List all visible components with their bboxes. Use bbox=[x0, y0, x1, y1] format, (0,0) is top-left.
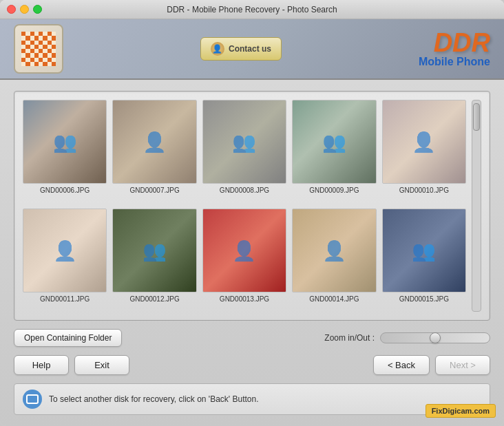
app-logo: // Generate checkerboard inline document… bbox=[14, 24, 63, 74]
photo-panel: GND00006.JPG GND00007.JPG GND00008.JPG G… bbox=[14, 91, 490, 321]
header: // Generate checkerboard inline document… bbox=[0, 19, 504, 80]
list-item[interactable]: GND00012.JPG bbox=[112, 209, 196, 312]
zoom-row: Open Containing Folder Zoom in/Out : bbox=[14, 329, 490, 347]
list-item[interactable]: GND00006.JPG bbox=[23, 100, 107, 203]
list-item[interactable]: GND00007.JPG bbox=[112, 100, 196, 203]
list-item[interactable]: GND00009.JPG bbox=[292, 100, 376, 203]
photo-thumbnail[interactable] bbox=[23, 209, 107, 292]
zoom-label: Zoom in/Out : bbox=[324, 333, 375, 343]
photo-thumbnail[interactable] bbox=[112, 209, 196, 292]
photo-filename: GND00014.JPG bbox=[309, 295, 359, 303]
zoom-slider[interactable] bbox=[380, 332, 490, 343]
photo-filename: GND00009.JPG bbox=[309, 187, 359, 194]
contact-button[interactable]: 👤 Contact us bbox=[200, 37, 282, 61]
photo-filename: GND00008.JPG bbox=[220, 187, 269, 194]
minimize-button[interactable] bbox=[20, 5, 29, 14]
zoom-control: Zoom in/Out : bbox=[324, 332, 490, 343]
scrollbar-thumb[interactable] bbox=[473, 103, 480, 131]
watermark: FixDigicam.com bbox=[426, 404, 496, 418]
photo-grid: GND00006.JPG GND00007.JPG GND00008.JPG G… bbox=[23, 100, 466, 312]
contact-label: Contact us bbox=[229, 44, 271, 54]
contact-icon: 👤 bbox=[211, 42, 224, 56]
right-buttons: < Back Next > bbox=[373, 355, 490, 375]
ddr-title: DDR bbox=[419, 30, 490, 56]
help-button[interactable]: Help bbox=[14, 355, 69, 375]
checkerboard-icon: // Generate checkerboard inline document… bbox=[21, 32, 56, 66]
ddr-logo: DDR Mobile Phone bbox=[419, 30, 490, 68]
list-item[interactable]: GND00015.JPG bbox=[382, 209, 466, 312]
photo-thumbnail[interactable] bbox=[112, 100, 196, 184]
photo-thumbnail[interactable] bbox=[382, 209, 466, 292]
scrollbar-track[interactable] bbox=[472, 100, 481, 312]
photo-filename: GND00011.JPG bbox=[40, 295, 90, 303]
bottom-row: Help Exit < Back Next > bbox=[14, 355, 490, 375]
status-bar: To select another disk for recovery, cli… bbox=[14, 383, 490, 415]
photo-thumbnail[interactable] bbox=[23, 100, 107, 184]
back-button[interactable]: < Back bbox=[373, 355, 430, 375]
photo-thumbnail[interactable] bbox=[202, 100, 286, 184]
photo-filename: GND00015.JPG bbox=[399, 295, 449, 303]
photo-filename: GND00006.JPG bbox=[40, 187, 90, 194]
list-item[interactable]: GND00013.JPG bbox=[202, 209, 286, 312]
close-button[interactable] bbox=[7, 5, 16, 14]
list-item[interactable]: GND00010.JPG bbox=[382, 100, 466, 203]
title-bar: DDR - Mobile Phone Recovery - Photo Sear… bbox=[0, 0, 504, 19]
photo-filename: GND00012.JPG bbox=[129, 295, 179, 303]
photo-thumbnail[interactable] bbox=[292, 209, 376, 292]
maximize-button[interactable] bbox=[33, 5, 42, 14]
status-message: To select another disk for recovery, cli… bbox=[49, 394, 259, 404]
window-title: DDR - Mobile Phone Recovery - Photo Sear… bbox=[167, 5, 337, 14]
next-button[interactable]: Next > bbox=[435, 355, 490, 375]
photo-filename: GND00013.JPG bbox=[220, 295, 269, 303]
list-item[interactable]: GND00014.JPG bbox=[292, 209, 376, 312]
list-item[interactable]: GND00008.JPG bbox=[202, 100, 286, 203]
chat-icon bbox=[23, 390, 42, 409]
traffic-lights bbox=[7, 5, 42, 14]
photo-thumbnail[interactable] bbox=[382, 100, 466, 184]
main-content: GND00006.JPG GND00007.JPG GND00008.JPG G… bbox=[0, 80, 504, 426]
photo-filename: GND00007.JPG bbox=[129, 187, 179, 194]
open-folder-button[interactable]: Open Containing Folder bbox=[14, 329, 122, 347]
exit-button[interactable]: Exit bbox=[74, 355, 129, 375]
left-buttons: Help Exit bbox=[14, 355, 129, 375]
photo-thumbnail[interactable] bbox=[292, 100, 376, 184]
list-item[interactable]: GND00011.JPG bbox=[23, 209, 107, 312]
zoom-thumb[interactable] bbox=[430, 332, 441, 343]
photo-thumbnail[interactable] bbox=[202, 209, 286, 292]
photo-filename: GND00010.JPG bbox=[399, 187, 449, 194]
ddr-subtitle: Mobile Phone bbox=[419, 56, 490, 68]
